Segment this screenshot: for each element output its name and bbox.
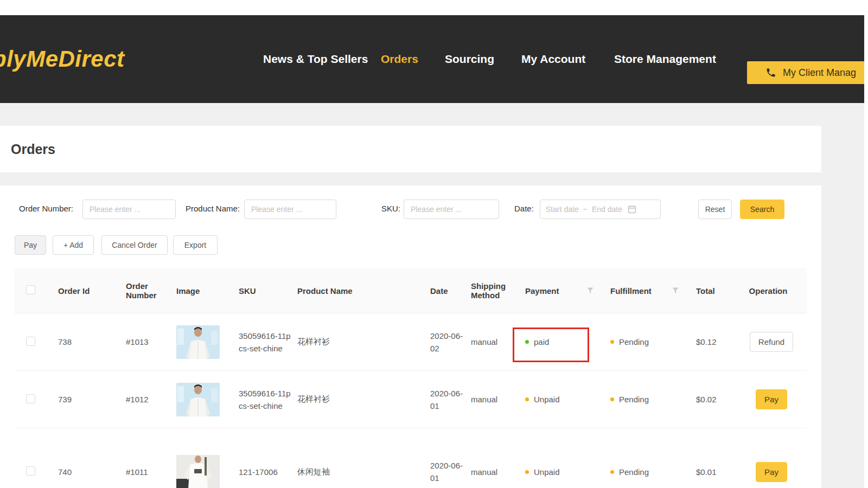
product-image[interactable] bbox=[169, 383, 232, 416]
reset-button[interactable]: Reset bbox=[698, 200, 732, 219]
order-row-740: 740 #1011 121-17006 休闲短袖 2020-06-01 bbox=[15, 428, 807, 488]
order-id: 739 bbox=[52, 395, 117, 404]
my-client-manager-button[interactable]: My Client Manag bbox=[747, 61, 864, 84]
date-label: Date: bbox=[514, 204, 534, 213]
sku-value: 121-17006 bbox=[232, 466, 292, 478]
fulfillment-funnel-icon[interactable] bbox=[672, 287, 679, 294]
orders-table: Order Id Order Number Image SKU Product … bbox=[15, 268, 807, 488]
nav-my-account[interactable]: My Account bbox=[521, 53, 585, 66]
row-checkbox[interactable] bbox=[26, 466, 35, 476]
unpaid-status-dot bbox=[525, 470, 529, 474]
payment-status: paid bbox=[513, 337, 601, 346]
page-title: Orders bbox=[11, 142, 55, 157]
fulfillment-status-label: Pending bbox=[619, 337, 649, 346]
col-sku: SKU bbox=[232, 285, 292, 297]
pending-status-dot bbox=[610, 397, 614, 401]
fulfillment-status-label: Pending bbox=[619, 395, 649, 404]
product-name-value: 花样衬衫 bbox=[292, 394, 423, 404]
date-range-separator: ~ bbox=[583, 205, 588, 214]
payment-status: Unpaid bbox=[513, 467, 601, 477]
sku-value: 35059616-11pcs-set-chine bbox=[232, 330, 292, 355]
product-name-value: 休闲短袖 bbox=[292, 467, 423, 477]
total-value: $0.01 bbox=[686, 467, 730, 477]
select-all-checkbox[interactable] bbox=[26, 285, 35, 294]
cancel-order-button[interactable]: Cancel Order bbox=[101, 235, 168, 255]
phone-icon bbox=[765, 67, 776, 78]
col-product-name: Product Name bbox=[292, 286, 423, 296]
title-band: Orders bbox=[0, 126, 821, 172]
table-header-row: Order Id Order Number Image SKU Product … bbox=[15, 268, 807, 313]
pending-status-dot bbox=[610, 340, 614, 344]
fulfillment-status-label: Pending bbox=[619, 467, 649, 477]
calendar-icon bbox=[628, 205, 636, 214]
search-button[interactable]: Search bbox=[740, 200, 784, 219]
bulk-pay-button[interactable]: Pay bbox=[15, 235, 46, 255]
site-logo[interactable]: plyMeDirect bbox=[0, 46, 125, 72]
col-shipping-method: Shipping Method bbox=[464, 281, 513, 300]
payment-status-label: paid bbox=[534, 337, 549, 346]
order-id: 738 bbox=[52, 337, 117, 346]
date-value: 2020-06-01 bbox=[423, 387, 464, 412]
fulfillment-status: Pending bbox=[601, 395, 686, 404]
row-checkbox[interactable] bbox=[26, 394, 35, 403]
product-image[interactable] bbox=[169, 455, 232, 488]
nav-news-top-sellers[interactable]: News & Top Sellers bbox=[263, 53, 368, 66]
nav-store-management[interactable]: Store Management bbox=[614, 53, 716, 66]
orders-panel: Order Number: Product Name: SKU: Date: S… bbox=[0, 185, 821, 488]
col-order-number: Order Number bbox=[117, 281, 169, 300]
order-row-738: 738 #1013 35059616-11pcs-set-chine 花样衬衫 bbox=[15, 313, 807, 371]
col-image: Image bbox=[169, 286, 232, 296]
sku-value: 35059616-11pcs-set-chine bbox=[232, 387, 292, 412]
order-row-739: 739 #1012 35059616-11pcs-set-chine 花样衬衫 bbox=[15, 371, 807, 428]
date-value: 2020-06-01 bbox=[423, 459, 464, 484]
site-header: plyMeDirect News & Top Sellers Orders So… bbox=[0, 15, 864, 103]
total-value: $0.02 bbox=[686, 395, 730, 404]
payment-funnel-icon[interactable] bbox=[587, 287, 593, 294]
product-image[interactable] bbox=[169, 325, 232, 359]
pending-status-dot bbox=[610, 470, 614, 474]
add-order-button[interactable]: + Add bbox=[53, 235, 94, 255]
refund-button[interactable]: Refund bbox=[750, 332, 793, 352]
sku-label: SKU: bbox=[381, 204, 400, 213]
order-id: 740 bbox=[52, 467, 117, 477]
nav-sourcing[interactable]: Sourcing bbox=[445, 53, 494, 66]
browser-viewport: plyMeDirect News & Top Sellers Orders So… bbox=[0, 15, 864, 488]
nav-orders[interactable]: Orders bbox=[381, 53, 418, 66]
product-name-input[interactable] bbox=[244, 200, 336, 219]
order-number: #1011 bbox=[117, 467, 169, 477]
payment-status-label: Unpaid bbox=[534, 467, 560, 477]
col-operation: Operation bbox=[730, 286, 807, 296]
shipping-method-value: manual bbox=[464, 337, 513, 346]
product-name-label: Product Name: bbox=[186, 204, 240, 213]
col-fulfillment: Fulfillment bbox=[610, 286, 652, 296]
col-order-id: Order Id bbox=[52, 286, 117, 296]
export-button[interactable]: Export bbox=[173, 235, 218, 255]
order-number-label: Order Number: bbox=[19, 204, 73, 213]
total-value: $0.12 bbox=[686, 337, 730, 346]
order-number-input[interactable] bbox=[82, 200, 176, 219]
payment-status: Unpaid bbox=[513, 395, 601, 404]
col-date: Date bbox=[423, 285, 464, 297]
payment-status-label: Unpaid bbox=[534, 395, 560, 404]
date-range-input[interactable]: Start date ~ End date bbox=[540, 200, 661, 219]
pay-button[interactable]: Pay bbox=[756, 462, 787, 482]
shipping-method-value: manual bbox=[464, 467, 513, 477]
sku-input[interactable] bbox=[404, 200, 499, 219]
my-client-manager-label: My Client Manag bbox=[783, 67, 856, 79]
unpaid-status-dot bbox=[525, 397, 529, 401]
start-date-placeholder: Start date bbox=[546, 205, 579, 214]
date-value: 2020-06-02 bbox=[423, 330, 464, 355]
order-number: #1012 bbox=[117, 395, 169, 404]
product-name-value: 花样衬衫 bbox=[292, 337, 423, 347]
end-date-placeholder: End date bbox=[592, 205, 622, 214]
col-payment: Payment bbox=[525, 286, 559, 296]
shipping-method-value: manual bbox=[464, 395, 513, 404]
row-checkbox[interactable] bbox=[26, 337, 35, 346]
paid-status-dot bbox=[525, 340, 529, 344]
order-number: #1013 bbox=[117, 337, 169, 346]
fulfillment-status: Pending bbox=[601, 337, 686, 346]
fulfillment-status: Pending bbox=[601, 467, 686, 477]
pay-button[interactable]: Pay bbox=[756, 389, 787, 409]
col-total: Total bbox=[686, 286, 730, 296]
